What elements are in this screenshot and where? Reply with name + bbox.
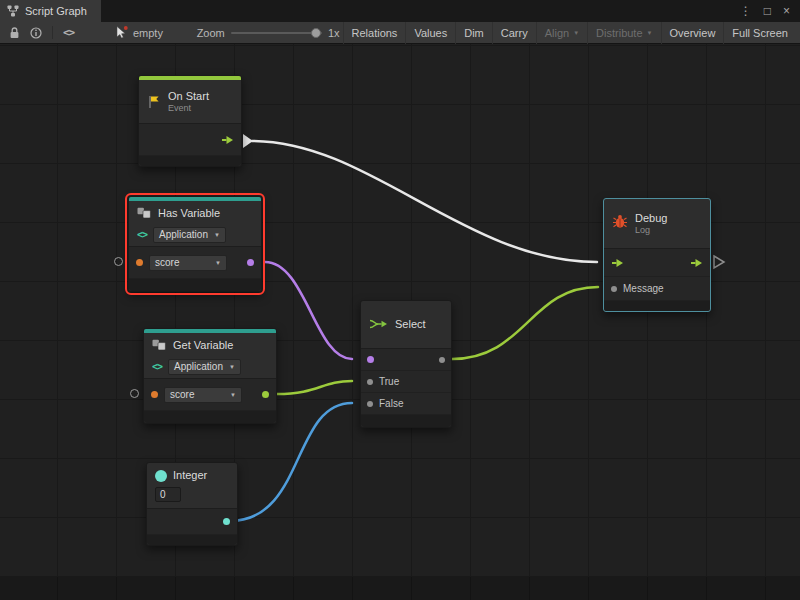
scope-value: Application <box>174 361 223 372</box>
integer-icon <box>155 470 167 482</box>
titlebar: Script Graph ⋮ □ × <box>0 0 800 22</box>
code-icon: <> <box>137 229 147 240</box>
true-label: True <box>379 376 399 387</box>
distribute-button-label: Distribute <box>596 27 642 39</box>
condition-input-port[interactable] <box>367 356 374 363</box>
wire-getvariable-to-select-true[interactable] <box>277 381 352 394</box>
chevron-down-icon: ▼ <box>230 392 236 398</box>
titlebar-controls: ⋮ □ × <box>734 0 800 22</box>
variable-icon <box>152 337 167 355</box>
close-icon[interactable]: × <box>777 0 796 22</box>
script-graph-window: Script Graph ⋮ □ × <> <box>0 0 800 600</box>
scope-value: Application <box>159 229 208 240</box>
relations-button[interactable]: Relations <box>343 22 406 44</box>
node-get-variable[interactable]: Get Variable <> Application ▼ score ▼ <box>143 328 277 424</box>
node-has-variable[interactable]: Has Variable <> Application ▼ score ▼ <box>128 196 262 292</box>
getvariable-unconnected-input-port[interactable] <box>130 389 139 398</box>
align-button[interactable]: Align ▼ <box>536 22 587 44</box>
tab-script-graph[interactable]: Script Graph <box>0 0 101 22</box>
result-output-port[interactable] <box>247 259 254 266</box>
scope-dropdown[interactable]: Application ▼ <box>153 227 226 243</box>
node-footer <box>129 279 261 291</box>
selection-label: empty <box>130 27 166 39</box>
chevron-down-icon: ▼ <box>573 30 579 36</box>
chevron-down-icon: ▼ <box>229 364 235 370</box>
node-title: On Start <box>168 90 209 103</box>
align-button-label: Align <box>545 27 569 39</box>
bug-icon <box>612 214 628 233</box>
node-title: Get Variable <box>173 339 233 352</box>
pointer-icon <box>113 22 130 44</box>
variable-name-input-port[interactable] <box>136 259 143 266</box>
scope-dropdown[interactable]: Application ▼ <box>168 359 241 375</box>
integer-output-port[interactable] <box>223 518 230 525</box>
variable-name-value: score <box>155 257 179 268</box>
zoom-label: Zoom <box>194 27 228 39</box>
message-label: Message <box>623 283 664 294</box>
code-icon[interactable]: <> <box>58 22 79 44</box>
node-debug-log[interactable]: Debug Log <box>603 198 711 312</box>
zoom-value: 1x <box>325 27 343 39</box>
node-on-start[interactable]: On Start Event <box>138 75 242 167</box>
node-footer <box>144 411 276 423</box>
graph-canvas[interactable]: On Start Event <box>0 44 800 600</box>
maximize-icon[interactable]: □ <box>758 0 777 22</box>
node-title: Has Variable <box>158 207 220 220</box>
false-input-port[interactable] <box>367 401 373 407</box>
flow-input-port[interactable] <box>611 258 624 268</box>
variable-name-value: score <box>170 389 194 400</box>
flow-output-port[interactable] <box>221 135 234 145</box>
node-integer[interactable]: Integer 0 <box>146 462 238 546</box>
graph-icon <box>7 0 19 22</box>
message-input-port[interactable] <box>611 286 617 292</box>
variable-icon <box>137 205 152 223</box>
node-footer <box>139 156 241 166</box>
chevron-down-icon: ▼ <box>647 30 653 36</box>
info-icon[interactable] <box>25 22 47 44</box>
true-input-port[interactable] <box>367 379 373 385</box>
tab-title: Script Graph <box>25 5 87 17</box>
hasvariable-unconnected-input-port[interactable] <box>114 257 123 266</box>
variable-name-dropdown[interactable]: score ▼ <box>149 255 227 271</box>
values-button[interactable]: Values <box>405 22 455 44</box>
select-icon <box>369 316 388 334</box>
wire-hasvariable-to-select[interactable] <box>265 262 352 359</box>
variable-name-input-port[interactable] <box>151 391 158 398</box>
integer-value-field[interactable]: 0 <box>155 487 181 502</box>
zoom-slider[interactable] <box>231 25 322 41</box>
kebab-menu-icon[interactable]: ⋮ <box>734 0 758 22</box>
overview-button[interactable]: Overview <box>661 22 724 44</box>
lock-icon[interactable] <box>4 22 25 44</box>
node-select[interactable]: Select True False <box>360 300 452 428</box>
zoom-slider-track[interactable] <box>231 32 322 34</box>
chevron-down-icon: ▼ <box>215 260 221 266</box>
node-footer <box>604 301 710 311</box>
fullscreen-button[interactable]: Full Screen <box>723 22 796 44</box>
flow-continue-arrow <box>714 256 724 268</box>
carry-button[interactable]: Carry <box>492 22 536 44</box>
zoom-slider-knob[interactable] <box>311 28 321 38</box>
node-footer <box>147 535 237 545</box>
node-title: Debug <box>635 212 667 225</box>
distribute-button[interactable]: Distribute ▼ <box>587 22 660 44</box>
dim-button[interactable]: Dim <box>455 22 492 44</box>
flow-output-port[interactable] <box>690 258 703 268</box>
node-title: Integer <box>173 469 207 482</box>
wire-select-to-log-message[interactable] <box>452 287 598 359</box>
variable-name-dropdown[interactable]: score ▼ <box>164 387 242 403</box>
flow-connection-arrow[interactable] <box>243 134 253 148</box>
wire-flow-onstart-to-log[interactable] <box>252 141 597 262</box>
node-subtitle: Event <box>168 103 209 114</box>
toolbar-separator <box>52 26 53 39</box>
value-output-port[interactable] <box>262 391 269 398</box>
node-subtitle: Log <box>635 225 667 236</box>
node-title: Select <box>395 318 426 331</box>
code-icon: <> <box>152 361 162 372</box>
node-footer <box>361 415 451 427</box>
graph-toolbar: <> empty Zoom 1x Relations Values Dim Ca… <box>0 22 800 44</box>
selection-output-port[interactable] <box>439 357 445 363</box>
chevron-down-icon: ▼ <box>214 232 220 238</box>
flag-icon <box>147 95 161 109</box>
false-label: False <box>379 398 403 409</box>
